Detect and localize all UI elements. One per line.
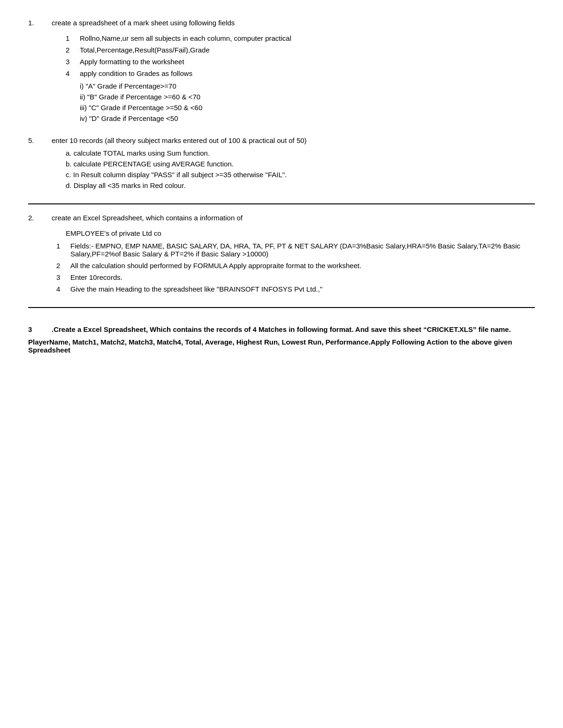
q2-sublist: 1 Fields:- EMPNO, EMP NAME, BASIC SALARY…: [56, 242, 535, 293]
sub-text: In Result column display "PASS" if all s…: [73, 171, 287, 179]
grade-label: ii): [80, 93, 85, 101]
sub-item-text: Total,Percentage,Result(Pass/Fail),Grade: [80, 46, 535, 54]
sub-text: All the calculation should performed by …: [70, 262, 535, 270]
grade-label: iv): [80, 114, 87, 122]
question-1-part5: 5. enter 10 records (all theory subject …: [28, 136, 535, 189]
sub-item-text: Apply formatting to the worksheet: [80, 58, 535, 66]
sub-item-number: 2: [66, 46, 80, 54]
q1-text: create a spreadsheet of a mark sheet usi…: [52, 19, 535, 27]
list-item: 3 Enter 10records.: [56, 273, 535, 281]
sub-label: b.: [66, 160, 72, 168]
q1-number: 1.: [28, 19, 52, 27]
grade-text: "A" Grade if Percentage>=70: [86, 82, 176, 90]
sub-label: c.: [66, 171, 71, 179]
divider: [28, 203, 535, 204]
sub-item-text: apply condition to Grades as follows: [80, 69, 535, 77]
list-item: ii) "B" Grade if Percentage >=60 & <70: [80, 93, 535, 101]
sub-text: Fields:- EMPNO, EMP NAME, BASIC SALARY, …: [70, 242, 535, 258]
q2-text: create an Excel Spreadsheet, which conta…: [52, 214, 535, 222]
sub-number: 1: [56, 242, 70, 258]
list-item: b. calculate PERCENTAGE using AVERAGE fu…: [66, 160, 535, 168]
employee-intro: EMPLOYEE's of private Ltd co: [66, 229, 535, 237]
q3-fields: PlayerName, Match1, Match2, Match3, Matc…: [28, 338, 535, 354]
q1extra-text: enter 10 records (all theory subject mar…: [52, 136, 307, 144]
grade-text: "B" Grade if Percentage >=60 & <70: [87, 93, 200, 101]
question-1: 1. create a spreadsheet of a mark sheet …: [28, 19, 535, 122]
list-item: i) "A" Grade if Percentage>=70: [80, 82, 535, 90]
sub-label: a.: [66, 149, 72, 157]
grade-text: "C" Grade if Percentage >=50 & <60: [89, 104, 202, 112]
q3-text: .Create a Excel Spreadsheet, Which conta…: [52, 325, 535, 333]
divider: [28, 307, 535, 308]
q3-number: 3: [28, 325, 52, 333]
sub-item-text: Rollno,Name,ur sem all subjects in each …: [80, 34, 535, 42]
list-item: 1 Fields:- EMPNO, EMP NAME, BASIC SALARY…: [56, 242, 535, 258]
grade-list: i) "A" Grade if Percentage>=70 ii) "B" G…: [80, 82, 535, 122]
sub-text: Enter 10records.: [70, 273, 535, 281]
q1extra-number: 5.: [28, 136, 52, 144]
sub-number: 4: [56, 285, 70, 293]
grade-label: i): [80, 82, 84, 90]
sub-item-number: 1: [66, 34, 80, 42]
question-2: 2. create an Excel Spreadsheet, which co…: [28, 214, 535, 293]
grade-text: "D" Grade if Percentage <50: [89, 114, 178, 122]
sub-item-number: 3: [66, 58, 80, 66]
list-item: 2 Total,Percentage,Result(Pass/Fail),Gra…: [66, 46, 535, 54]
sub-item-number: 4: [66, 69, 80, 77]
sub-number: 2: [56, 262, 70, 270]
list-item: 4 apply condition to Grades as follows: [66, 69, 535, 77]
list-item: c. In Result column display "PASS" if al…: [66, 171, 535, 179]
list-item: iv) "D" Grade if Percentage <50: [80, 114, 535, 122]
list-item: 1 Rollno,Name,ur sem all subjects in eac…: [66, 34, 535, 42]
sub-label: d.: [66, 181, 72, 189]
sub-text: calculate TOTAL marks using Sum function…: [74, 149, 210, 157]
list-item: 3 Apply formatting to the worksheet: [66, 58, 535, 66]
list-item: 2 All the calculation should performed b…: [56, 262, 535, 270]
list-item: d. Display all <35 marks in Red colour.: [66, 181, 535, 189]
sub-number: 3: [56, 273, 70, 281]
q1-sublist: 1 Rollno,Name,ur sem all subjects in eac…: [66, 34, 535, 77]
q2-number: 2.: [28, 214, 52, 222]
list-item: a. calculate TOTAL marks using Sum funct…: [66, 149, 535, 157]
grade-label: iii): [80, 104, 87, 112]
question-3: 3 .Create a Excel Spreadsheet, Which con…: [28, 325, 535, 354]
sub-text: Give the main Heading to the spreadsheet…: [70, 285, 535, 293]
list-item: 4 Give the main Heading to the spreadshe…: [56, 285, 535, 293]
sub-text: Display all <35 marks in Red colour.: [74, 181, 186, 189]
sub-text: calculate PERCENTAGE using AVERAGE funct…: [74, 160, 234, 168]
employee-intro-text: EMPLOYEE's of private Ltd co: [66, 229, 535, 237]
list-item: iii) "C" Grade if Percentage >=50 & <60: [80, 104, 535, 112]
